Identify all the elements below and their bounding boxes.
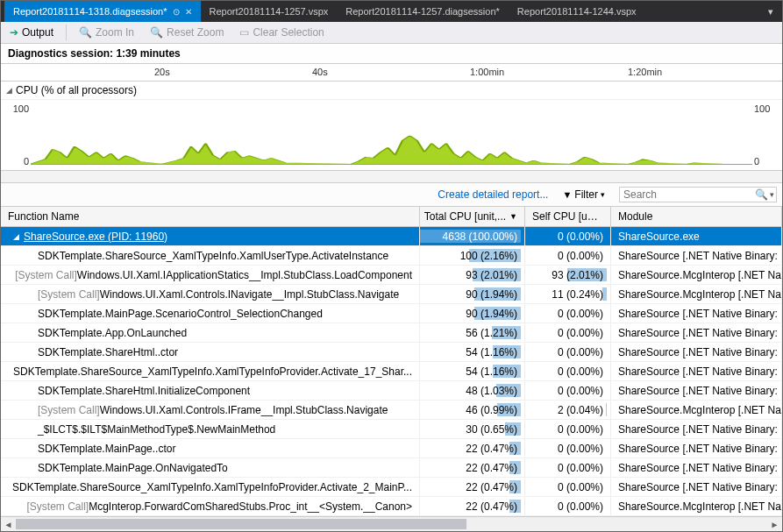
table-row[interactable]: SDKTemplate.MainPage..ctor22 (0.47%)0 (0…: [1, 439, 782, 458]
table-row[interactable]: SDKTemplate.ShareSource_XamlTypeInfo.Xam…: [1, 478, 782, 497]
zoom-in-button[interactable]: 🔍 Zoom In: [75, 25, 138, 40]
table-row[interactable]: SDKTemplate.ShareHtml..ctor54 (1.16%)0 (…: [1, 343, 782, 362]
document-tab[interactable]: Report20181114-1244.vspx: [509, 1, 645, 22]
search-icon[interactable]: 🔍: [755, 188, 768, 201]
self-cpu-value: 0 (0.00%): [558, 462, 603, 474]
output-label: Output: [22, 26, 53, 39]
cpu-chart[interactable]: 100 0 100 0: [1, 100, 782, 170]
table-row[interactable]: [System Call] Windows.UI.Xaml.Controls.I…: [1, 285, 782, 304]
table-row[interactable]: [System Call] McgInterop.ForwardComShare…: [1, 497, 782, 516]
sort-desc-icon: ▼: [509, 212, 517, 221]
zoom-in-label: Zoom In: [96, 26, 134, 39]
cell-function: SDKTemplate.MainPage.OnNavigatedTo: [1, 458, 420, 477]
column-function-name[interactable]: Function Name: [1, 207, 420, 226]
system-call-tag: [System Call]: [15, 269, 77, 281]
create-report-link[interactable]: Create detailed report...: [438, 188, 548, 201]
function-name[interactable]: ShareSource.exe (PID: 11960): [24, 231, 167, 243]
cell-function: [System Call] Windows.UI.Xaml.IApplicati…: [1, 266, 420, 284]
cell-total-cpu: 90 (1.94%): [420, 304, 525, 323]
pin-icon[interactable]: ⊙: [173, 7, 180, 17]
filter-button[interactable]: ▼ Filter ▾: [557, 187, 610, 202]
table-row[interactable]: ◢ShareSource.exe (PID: 11960)4638 (100.0…: [1, 227, 782, 246]
table-row[interactable]: [System Call] Windows.UI.Xaml.Controls.I…: [1, 401, 782, 420]
search-dropdown-icon[interactable]: ▾: [770, 190, 774, 199]
table-row[interactable]: _$ILCT$.$ILT$MainMethodType$.NewMainMeth…: [1, 420, 782, 439]
self-cpu-value: 0 (0.00%): [558, 481, 603, 493]
self-cpu-value: 11 (0.24%): [552, 288, 603, 301]
scroll-right-icon[interactable]: ►: [767, 517, 782, 532]
scroll-track[interactable]: [16, 517, 767, 531]
self-cpu-value: 0 (0.00%): [558, 365, 603, 378]
grid-body[interactable]: ◢ShareSource.exe (PID: 11960)4638 (100.0…: [1, 227, 782, 516]
session-info: Diagnostics session: 1:39 minutes: [1, 44, 782, 64]
reset-zoom-button[interactable]: 🔍 Reset Zoom: [146, 25, 227, 40]
tab-overflow-dropdown-icon[interactable]: ▾: [768, 6, 773, 18]
column-total-label: Total CPU [unit,...: [424, 210, 506, 223]
cell-module: ShareSource [.NET Native Binary: S: [611, 381, 782, 400]
search-box[interactable]: 🔍 ▾: [619, 187, 777, 202]
cpu-header[interactable]: ◢ CPU (% of all processors): [1, 82, 782, 100]
horizontal-scrollbar[interactable]: ◄ ►: [1, 516, 782, 531]
grid-header: Function Name Total CPU [unit,... ▼ Self…: [1, 207, 782, 227]
cell-self-cpu: 0 (0.00%): [525, 246, 611, 265]
column-self-cpu[interactable]: Self CPU [unit, %]: [525, 207, 611, 226]
cell-self-cpu: 0 (0.00%): [525, 458, 611, 477]
total-cpu-value: 30 (0.65%): [466, 423, 517, 436]
clear-selection-button[interactable]: ▭ Clear Selection: [236, 25, 327, 40]
table-row[interactable]: SDKTemplate.MainPage.ScenarioControl_Sel…: [1, 304, 782, 323]
cell-total-cpu: 54 (1.16%): [420, 362, 525, 380]
function-name: SDKTemplate.ShareSource_XamlTypeInfo.Xam…: [13, 365, 412, 378]
self-cpu-value: 0 (0.00%): [558, 385, 603, 397]
function-name: SDKTemplate.ShareSource_XamlTypeInfo.Xam…: [12, 481, 412, 493]
collapse-icon[interactable]: ◢: [6, 86, 12, 95]
cell-self-cpu: 0 (0.00%): [525, 362, 611, 380]
cell-self-cpu: 11 (0.24%): [525, 285, 611, 303]
tab-label: Report20181114-1257.diagsession*: [345, 6, 500, 17]
axis-min: 0: [754, 156, 779, 167]
self-cpu-value: 0 (0.00%): [558, 346, 603, 358]
table-row[interactable]: SDKTemplate.MainPage.OnNavigatedTo22 (0.…: [1, 458, 782, 478]
table-row[interactable]: SDKTemplate.App.OnLaunched56 (1.21%)0 (0…: [1, 323, 782, 343]
scroll-thumb[interactable]: [16, 519, 466, 529]
total-cpu-value: 90 (1.94%): [466, 308, 517, 320]
total-cpu-value: 22 (0.47%): [466, 500, 517, 513]
reset-zoom-label: Reset Zoom: [167, 26, 224, 39]
scroll-left-icon[interactable]: ◄: [1, 517, 16, 532]
document-tab[interactable]: Report20181114-1318.diagsession*⊙✕: [4, 1, 201, 22]
table-row[interactable]: SDKTemplate.ShareSource_XamlTypeInfo.Xam…: [1, 246, 782, 266]
function-name: Windows.UI.Xaml.Controls.INavigate__Impl…: [100, 288, 399, 301]
cell-function: _$ILCT$.$ILT$MainMethodType$.NewMainMeth…: [1, 420, 420, 438]
table-row[interactable]: SDKTemplate.ShareHtml.InitializeComponen…: [1, 381, 782, 401]
cell-total-cpu: 90 (1.94%): [420, 285, 525, 303]
toolbar: ➔ Output 🔍 Zoom In 🔍 Reset Zoom ▭ Clear …: [1, 22, 782, 44]
total-cpu-value: 93 (2.01%): [466, 269, 517, 281]
self-cpu-value: 0 (0.00%): [558, 308, 603, 320]
cell-self-cpu: 0 (0.00%): [525, 420, 611, 438]
function-name: _$ILCT$.$ILT$MainMethodType$.NewMainMeth…: [38, 423, 275, 436]
document-tab[interactable]: Report20181114-1257.diagsession*: [337, 1, 509, 22]
system-call-tag: [System Call]: [38, 288, 100, 301]
collapse-icon[interactable]: ◢: [13, 232, 24, 241]
cell-total-cpu: 54 (1.16%): [420, 343, 525, 361]
filter-label: Filter: [574, 188, 598, 201]
cell-total-cpu: 22 (0.47%): [420, 497, 525, 515]
total-cpu-value: 90 (1.94%): [466, 288, 517, 301]
output-button[interactable]: ➔ Output: [6, 25, 57, 40]
function-name: McgInterop.ForwardComSharedStubs.Proc_in…: [89, 500, 412, 513]
table-row[interactable]: [System Call] Windows.UI.Xaml.IApplicati…: [1, 266, 782, 285]
column-module[interactable]: Module: [611, 207, 782, 226]
function-name: Windows.UI.Xaml.Controls.IFrame__Impl.St…: [100, 404, 388, 416]
search-input[interactable]: [623, 188, 755, 201]
document-tab[interactable]: Report20181114-1257.vspx: [201, 1, 338, 22]
cpu-plot-area[interactable]: [31, 105, 752, 165]
system-call-tag: [System Call]: [26, 500, 89, 513]
table-row[interactable]: SDKTemplate.ShareSource_XamlTypeInfo.Xam…: [1, 362, 782, 381]
cell-module: ShareSource [.NET Native Binary: S: [611, 420, 782, 438]
close-icon[interactable]: ✕: [185, 7, 192, 17]
column-total-cpu[interactable]: Total CPU [unit,... ▼: [420, 207, 525, 226]
total-cpu-value: 22 (0.47%): [466, 443, 517, 455]
call-tree-grid: Function Name Total CPU [unit,... ▼ Self…: [1, 207, 782, 516]
total-cpu-value: 54 (1.16%): [466, 346, 517, 358]
timeline-ruler[interactable]: 20s 40s 1:00min 1:20min: [1, 64, 782, 82]
report-toolbar: Create detailed report... ▼ Filter ▾ 🔍 ▾: [1, 183, 782, 207]
